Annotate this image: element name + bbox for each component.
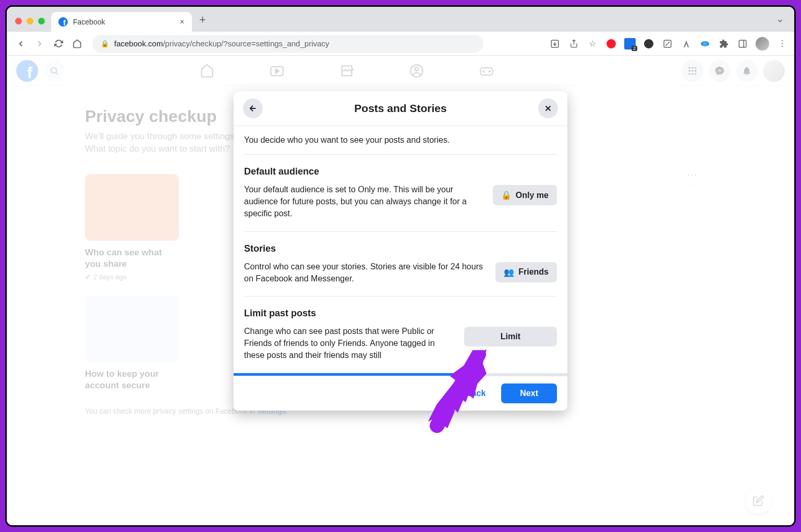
modal-header: Posts and Stories [234, 91, 567, 126]
posts-stories-modal: Posts and Stories You decide who you wan… [234, 91, 567, 411]
progress-fill [234, 373, 460, 376]
extension-opera-icon[interactable] [605, 38, 617, 50]
tabs-dropdown-icon[interactable] [776, 17, 784, 24]
profile-avatar[interactable] [756, 37, 769, 51]
section-desc: Your default audience is set to Only me.… [244, 183, 483, 220]
back-button[interactable] [13, 36, 29, 52]
page-content: Privacy checkup We'll guide you through … [7, 56, 794, 525]
section-title: Stories [244, 243, 486, 254]
bookmark-icon[interactable]: ☆ [587, 38, 598, 50]
modal-footer: Back Next [234, 376, 567, 411]
extension-6-icon[interactable] [699, 38, 711, 50]
back-button[interactable]: Back [455, 383, 496, 403]
modal-back-button[interactable] [243, 98, 263, 118]
modal-title: Posts and Stories [354, 102, 446, 115]
extensions-icon[interactable] [718, 38, 730, 50]
tab-title: Facebook [73, 18, 174, 26]
modal-intro: You decide who you want to see your post… [244, 126, 557, 155]
modal-overlay: Posts and Stories You decide who you wan… [7, 56, 794, 525]
limit-past-posts-section: Limit past posts Change who can see past… [244, 296, 557, 373]
share-icon[interactable] [568, 38, 579, 50]
stories-section: Stories Control who can see your stories… [244, 232, 557, 296]
new-tab-button[interactable]: + [199, 13, 206, 27]
close-tab-icon[interactable]: ✕ [179, 18, 185, 26]
forward-button[interactable] [32, 36, 47, 52]
next-button[interactable]: Next [501, 383, 557, 403]
lock-icon: 🔒 [101, 40, 109, 47]
menu-icon[interactable]: ⋮ [776, 38, 788, 50]
friends-icon: 👥 [504, 267, 514, 277]
limit-button[interactable]: Limit [464, 327, 557, 347]
maximize-window-button[interactable] [38, 18, 45, 24]
section-title: Limit past posts [244, 308, 455, 319]
facebook-favicon [58, 17, 68, 27]
toolbar-right: ☆ ⋮ [549, 37, 788, 51]
browser-window: Facebook ✕ + 🔒 facebook.com/privacy/chec… [5, 5, 796, 527]
extension-3-icon[interactable] [643, 38, 654, 50]
window-controls [15, 18, 45, 24]
lock-icon: 🔒 [501, 190, 512, 200]
home-button[interactable] [69, 36, 85, 52]
extension-5-icon[interactable] [681, 38, 692, 50]
url-text: facebook.com/privacy/checkup/?source=set… [114, 39, 329, 48]
friends-button[interactable]: 👥Friends [495, 262, 557, 282]
progress-bar [234, 373, 567, 376]
extension-badge-icon[interactable] [624, 38, 636, 50]
address-bar[interactable]: 🔒 facebook.com/privacy/checkup/?source=s… [92, 35, 483, 53]
minimize-window-button[interactable] [27, 18, 33, 24]
browser-tab[interactable]: Facebook ✕ [51, 12, 192, 32]
tab-bar: Facebook ✕ + [7, 7, 794, 32]
close-window-button[interactable] [15, 18, 22, 24]
install-icon[interactable] [549, 38, 561, 50]
section-desc: Control who can see your stories. Storie… [244, 261, 486, 284]
section-desc: Change who can see past posts that were … [244, 325, 455, 362]
extension-4-icon[interactable] [662, 38, 673, 50]
only-me-button[interactable]: 🔒Only me [493, 185, 557, 205]
section-title: Default audience [244, 166, 483, 177]
sidepanel-icon[interactable] [737, 38, 748, 50]
default-audience-section: Default audience Your default audience i… [244, 155, 557, 232]
browser-toolbar: 🔒 facebook.com/privacy/checkup/?source=s… [7, 32, 794, 56]
modal-body[interactable]: You decide who you want to see your post… [234, 126, 567, 376]
svg-rect-2 [739, 40, 746, 47]
modal-close-button[interactable] [538, 98, 558, 118]
reload-button[interactable] [51, 36, 66, 52]
